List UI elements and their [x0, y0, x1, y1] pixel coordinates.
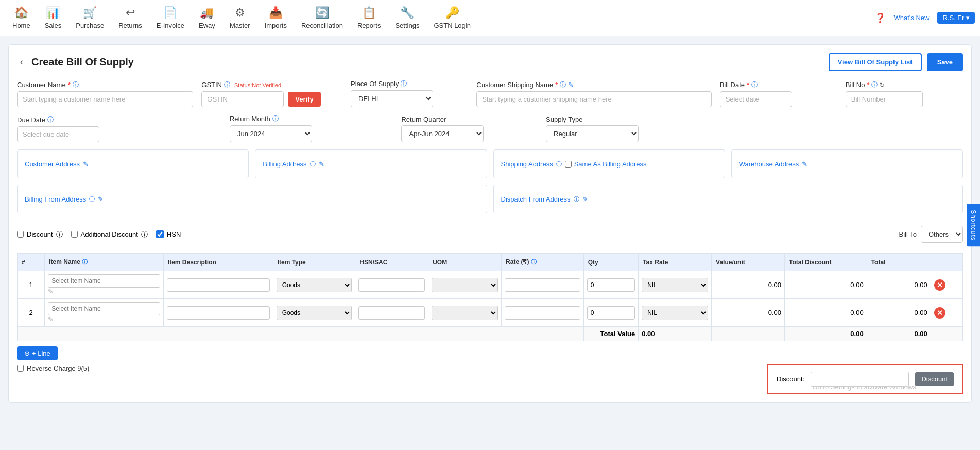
save-button[interactable]: Save [927, 53, 963, 71]
return-quarter-select[interactable]: Apr-Jun 2024 [401, 125, 484, 142]
discount-info-icon[interactable]: ⓘ [56, 230, 63, 239]
discount-summary-box: Activate Windows Go to Settings to activ… [767, 364, 963, 394]
master-icon: ⚙ [235, 6, 245, 20]
form-title: Create Bill Of Supply [31, 56, 134, 68]
nav-sales[interactable]: 📊 Sales [38, 2, 69, 34]
dispatch-from-info-icon[interactable]: ⓘ [574, 195, 579, 203]
delete-row-button-1[interactable]: ✕ [934, 307, 945, 319]
place-of-supply-info-icon[interactable]: ⓘ [401, 79, 407, 88]
customer-name-info-icon[interactable]: ⓘ [73, 80, 79, 89]
additional-discount-checkbox[interactable] [71, 231, 78, 238]
qty-input-0[interactable] [587, 278, 635, 292]
customer-shipping-edit-icon[interactable]: ✎ [568, 81, 574, 89]
bill-to-select[interactable]: Others [921, 226, 963, 243]
table-row: 1 ✎ GoodsServices [18, 271, 963, 299]
billing-address-edit-icon[interactable]: ✎ [319, 160, 324, 168]
nav-home[interactable]: 🏠 Home [5, 2, 38, 34]
item-desc-edit-icon-1[interactable]: ✎ [48, 315, 54, 323]
view-list-button[interactable]: View Bill Of Supply List [829, 53, 922, 71]
bill-date-input[interactable] [720, 91, 792, 107]
discount-summary-input[interactable] [811, 372, 909, 387]
hsn-input-0[interactable] [358, 278, 425, 292]
place-of-supply-label: Place Of Supply ⓘ [351, 79, 468, 88]
customer-address-edit-icon[interactable]: ✎ [83, 160, 89, 168]
billing-from-edit-icon[interactable]: ✎ [98, 195, 104, 203]
return-quarter-group: Return Quarter Apr-Jun 2024 [401, 115, 538, 142]
dispatch-from-edit-icon[interactable]: ✎ [582, 195, 588, 203]
row-value-0: 0.00 [712, 271, 785, 299]
shortcuts-tab[interactable]: Shortcuts [967, 204, 980, 247]
nav-reconciliation[interactable]: 🔄 Reconciliation [294, 2, 350, 34]
return-month-info-icon[interactable]: ⓘ [272, 114, 279, 123]
uom-select-0[interactable] [432, 278, 498, 292]
reverse-charge-checkbox[interactable] [17, 365, 24, 372]
due-date-input[interactable] [17, 126, 99, 142]
warehouse-address-edit-icon[interactable]: ✎ [802, 160, 807, 168]
hsn-checkbox-group: HSN [156, 230, 181, 238]
shipping-address-info-icon[interactable]: ⓘ [556, 160, 562, 168]
qty-input-1[interactable] [587, 306, 635, 320]
customer-shipping-input[interactable] [476, 91, 711, 107]
nav-imports[interactable]: 📥 Imports [257, 2, 294, 34]
item-name-input-1[interactable] [48, 302, 160, 315]
total-action-cell [931, 327, 962, 341]
due-date-info-icon[interactable]: ⓘ [47, 115, 54, 124]
rate-input-1[interactable] [505, 306, 580, 320]
verify-button[interactable]: Verify [288, 92, 320, 107]
help-icon[interactable]: ❓ [874, 12, 886, 24]
nav-eway[interactable]: 🚚 Eway [192, 2, 222, 34]
additional-discount-info-icon[interactable]: ⓘ [141, 230, 148, 239]
discount-checkbox[interactable] [17, 231, 24, 238]
nav-purchase[interactable]: 🛒 Purchase [68, 2, 111, 34]
item-type-select-1[interactable]: GoodsServices [277, 306, 352, 320]
nav-gstn-login[interactable]: 🔑 GSTN Login [426, 2, 478, 34]
billing-from-info-icon[interactable]: ⓘ [89, 195, 95, 203]
nav-master[interactable]: ⚙ Master [222, 2, 257, 34]
form-row-2: Due Date ⓘ Return Month ⓘ Jun 2024 Retur… [17, 114, 963, 142]
tax-select-1[interactable]: NIL5%12%18%28% [642, 306, 708, 320]
tax-select-0[interactable]: NIL5%12%18%28% [642, 278, 708, 292]
bill-no-info-icon[interactable]: ⓘ [871, 80, 878, 89]
nav-reports[interactable]: 📋 Reports [350, 2, 388, 34]
gstin-input[interactable] [201, 91, 284, 107]
billing-address-info-icon[interactable]: ⓘ [310, 160, 316, 168]
item-type-select-0[interactable]: GoodsServices [277, 278, 352, 292]
shipping-address-box: Shipping Address ⓘ Same As Billing Addre… [493, 149, 725, 178]
gstin-info-icon[interactable]: ⓘ [224, 80, 230, 89]
return-month-select[interactable]: Jun 2024 [230, 125, 312, 142]
rate-info-icon[interactable]: ⓘ [531, 259, 537, 265]
rate-input-0[interactable] [505, 278, 580, 292]
bill-date-group: Bill Date * ⓘ [720, 80, 837, 107]
plus-icon: ⊕ [24, 349, 30, 357]
discount-apply-button[interactable]: Discount [915, 372, 954, 386]
discount-label: Discount [27, 230, 53, 238]
nav-returns[interactable]: ↩ Returns [111, 2, 149, 34]
item-name-input-0[interactable] [48, 274, 160, 288]
row-item-type-1: GoodsServices [273, 299, 355, 327]
item-desc-edit-icon-0[interactable]: ✎ [48, 288, 54, 295]
supply-type-select[interactable]: Regular [546, 125, 639, 142]
col-header-total: Total [867, 254, 931, 271]
nav-einvoice[interactable]: 📄 E-Invoice [149, 2, 192, 34]
delete-row-button-0[interactable]: ✕ [934, 279, 945, 291]
uom-select-1[interactable] [432, 306, 498, 320]
customer-name-input[interactable] [17, 91, 193, 107]
hsn-checkbox[interactable] [156, 230, 164, 238]
row-num-0: 1 [18, 271, 45, 299]
item-desc-input-0[interactable] [167, 278, 270, 292]
item-desc-input-1[interactable] [167, 306, 270, 320]
hsn-input-1[interactable] [358, 306, 425, 320]
bill-no-input[interactable] [846, 91, 923, 107]
user-badge[interactable]: R.S. Er ▾ [937, 12, 975, 24]
whats-new-link[interactable]: What's New [894, 14, 930, 22]
item-name-info-icon[interactable]: ⓘ [82, 259, 88, 265]
bill-no-refresh-icon[interactable]: ↻ [880, 81, 885, 89]
back-button[interactable]: ‹ [17, 56, 26, 69]
customer-address-box: Customer Address ✎ [17, 149, 249, 178]
nav-settings[interactable]: 🔧 Settings [388, 2, 426, 34]
add-line-button[interactable]: ⊕ + Line [17, 346, 58, 360]
bill-date-info-icon[interactable]: ⓘ [751, 80, 758, 89]
same-as-billing-checkbox[interactable] [565, 161, 572, 168]
customer-shipping-info-icon[interactable]: ⓘ [560, 80, 566, 89]
place-of-supply-select[interactable]: DELHI [351, 90, 433, 107]
